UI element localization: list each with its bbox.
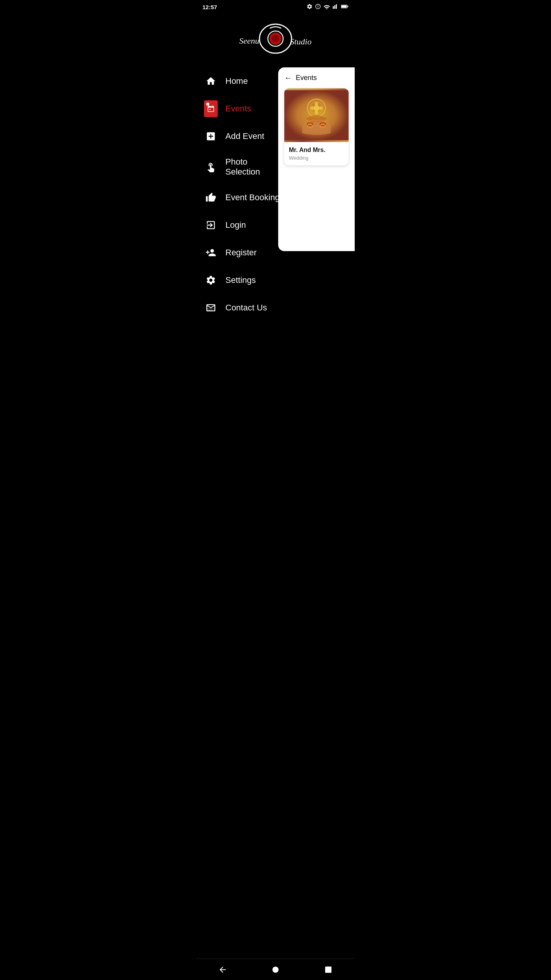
sidebar-contact-us-label: Contact Us xyxy=(225,303,267,313)
svg-point-19 xyxy=(315,111,318,114)
events-icon xyxy=(204,102,218,116)
event-booking-icon xyxy=(204,191,218,204)
svg-rect-11 xyxy=(207,310,212,311)
event-card[interactable]: Mr. And Mrs. Wedding xyxy=(284,88,349,165)
login-icon xyxy=(204,218,218,232)
register-icon xyxy=(204,246,218,260)
event-type: Wedding xyxy=(289,155,344,161)
sidebar-events-label: Events xyxy=(225,104,251,114)
svg-text:Studio: Studio xyxy=(290,37,311,46)
sidebar-home-label: Home xyxy=(225,76,248,86)
sidebar-item-settings[interactable]: Settings xyxy=(200,266,296,294)
right-panel: ← Events xyxy=(278,67,355,251)
contact-us-icon xyxy=(204,301,218,315)
sidebar-settings-label: Settings xyxy=(225,275,256,285)
svg-point-15 xyxy=(314,105,320,111)
battery-icon xyxy=(341,4,349,10)
wifi-icon xyxy=(323,4,330,10)
panel-header: ← Events xyxy=(284,74,349,82)
panel-title: Events xyxy=(296,74,317,82)
accessibility-status-icon xyxy=(315,3,321,11)
main-layout: Home Events xyxy=(196,67,355,335)
sidebar-item-contact-us[interactable]: Contact Us xyxy=(200,294,296,322)
app-logo: Seenu Studio xyxy=(233,21,318,56)
sidebar-login-label: Login xyxy=(225,220,246,230)
settings-icon xyxy=(204,273,218,287)
photo-selection-icon xyxy=(204,160,218,174)
svg-text:Seenu: Seenu xyxy=(239,36,259,46)
status-time: 12:57 xyxy=(202,4,217,10)
logo-container: Seenu Studio xyxy=(196,14,355,67)
back-button[interactable]: ← xyxy=(284,74,292,82)
event-card-body: Mr. And Mrs. Wedding xyxy=(284,142,349,165)
svg-rect-10 xyxy=(207,309,215,309)
svg-rect-1 xyxy=(347,6,348,7)
svg-point-9 xyxy=(209,109,210,110)
svg-point-16 xyxy=(315,102,318,105)
svg-point-6 xyxy=(272,35,279,42)
signal-icon xyxy=(333,4,339,10)
sidebar-event-booking-label: Event Booking xyxy=(225,193,280,203)
svg-point-18 xyxy=(310,106,314,110)
status-bar: 12:57 xyxy=(196,0,355,14)
event-card-image xyxy=(284,88,349,142)
sidebar-register-label: Register xyxy=(225,248,257,258)
svg-rect-2 xyxy=(341,5,347,7)
svg-point-17 xyxy=(319,106,323,110)
settings-status-icon xyxy=(306,3,313,11)
sidebar-photo-selection-label: PhotoSelection xyxy=(225,157,260,177)
add-event-icon xyxy=(204,129,218,143)
wedding-image xyxy=(284,88,349,142)
home-icon xyxy=(204,74,218,88)
sidebar-add-event-label: Add Event xyxy=(225,131,264,141)
event-name: Mr. And Mrs. xyxy=(289,147,344,154)
status-icons xyxy=(306,3,349,11)
